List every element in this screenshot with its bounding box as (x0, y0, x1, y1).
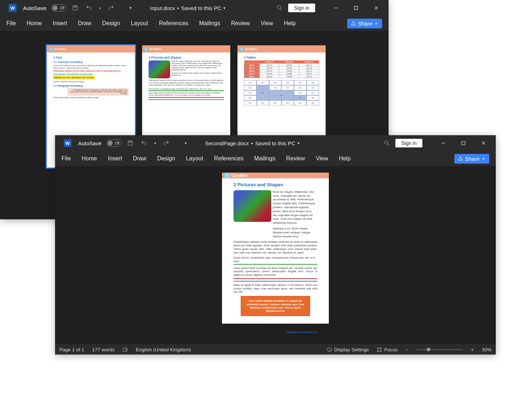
signin-button[interactable]: Sign in (288, 4, 315, 12)
page-header: GemBox (222, 173, 329, 178)
menu-home[interactable]: Home (27, 20, 42, 27)
menu-file[interactable]: File (62, 155, 71, 162)
paragraph-green: turpis egestas. Proin pharetra nonummy p… (53, 73, 128, 76)
status-language[interactable]: English (United Kingdom) (136, 347, 191, 352)
zoom-slider[interactable] (416, 349, 463, 350)
heading-pictures: 2 Pictures and Shapes (149, 56, 224, 59)
brand-label: GemBox (231, 173, 248, 178)
status-page[interactable]: Page 1 of 1 (59, 347, 84, 352)
save-status: Saved to this PC (255, 140, 295, 146)
gembox-icon (240, 47, 244, 51)
paragraph: Pellentesque habitant morbi tristique se… (233, 240, 317, 254)
search-icon[interactable] (382, 138, 392, 148)
brand-label: GemBox (245, 47, 257, 51)
menu-design[interactable]: Design (102, 20, 120, 27)
paragraph: Nunc ac magna. Maecenas odio dolor, vulp… (273, 190, 317, 225)
status-bar: Page 1 of 1 177 words English (United Ki… (55, 344, 496, 355)
spellcheck-icon[interactable] (122, 347, 128, 352)
menu-draw[interactable]: Draw (78, 20, 91, 27)
minimize-button[interactable] (326, 1, 346, 14)
callout-box: Suspendisse dui purus, scelerisque at, v… (68, 88, 128, 96)
menu-view[interactable]: View (261, 20, 273, 27)
brand-label: GemBox (150, 47, 162, 51)
undo-dropdown-icon[interactable]: ▾ (153, 138, 158, 148)
svg-rect-8 (123, 348, 126, 351)
gembox-icon (49, 47, 53, 51)
share-button[interactable]: Share ▾ (347, 19, 382, 28)
menu-references[interactable]: References (159, 20, 189, 27)
heading-text: 1 Text (53, 56, 128, 59)
quick-access-more-icon[interactable]: ▾ (126, 3, 136, 13)
share-button[interactable]: Share ▾ (454, 154, 489, 164)
menu-references[interactable]: References (214, 155, 244, 162)
menu-view[interactable]: View (316, 155, 328, 162)
undo-icon[interactable] (139, 138, 149, 148)
menu-layout[interactable]: Layout (186, 155, 203, 162)
save-status: Saved to this PC (181, 5, 222, 11)
heading-paragraph-formatting: 1.2 Paragraph formatting (53, 85, 128, 87)
menu-help[interactable]: Help (339, 155, 351, 162)
menu-help[interactable]: Help (284, 20, 296, 27)
maximize-button[interactable] (346, 1, 366, 14)
word-app-icon[interactable]: W (9, 4, 17, 12)
doc-name: Input.docx (150, 5, 175, 11)
page-header: GemBox (142, 45, 230, 52)
zoom-level[interactable]: 30% (482, 347, 491, 352)
status-words[interactable]: 177 words (92, 347, 114, 352)
close-button[interactable] (366, 1, 386, 14)
menu-home[interactable]: Home (82, 155, 97, 162)
document-canvas[interactable]: GemBox 2 Pictures and Shapes Nunc ac mag… (55, 166, 496, 344)
menu-mailings[interactable]: Mailings (199, 20, 221, 27)
svg-rect-1 (74, 6, 76, 7)
menu-draw[interactable]: Draw (133, 155, 146, 162)
paragraph-italic: Class aptent taciti sociosqu ad litora t… (149, 92, 224, 98)
document-page[interactable]: GemBox 2 Pictures and Shapes Nunc ac mag… (222, 173, 329, 324)
menu-layout[interactable]: Layout (131, 20, 148, 27)
autosave-toggle[interactable]: Off (106, 140, 122, 147)
menu-review[interactable]: Review (286, 155, 305, 162)
autosave-label: AutoSave (78, 140, 101, 146)
share-label: Share (465, 156, 480, 162)
svg-point-6 (385, 141, 388, 144)
undo-icon[interactable] (84, 3, 94, 13)
svg-rect-7 (462, 142, 465, 145)
save-icon[interactable] (70, 3, 80, 13)
heading-pictures: 2 Pictures and Shapes (233, 182, 317, 188)
redo-icon[interactable] (106, 3, 116, 13)
quick-access-more-icon[interactable]: ▾ (181, 138, 191, 148)
paragraph: Lorem ipsum dolor sit amet, consectetuer… (53, 64, 128, 69)
zoom-in-button[interactable]: + (471, 347, 474, 352)
heading-tables: 3 Tables (244, 56, 319, 59)
paragraph: Nunc ac magna. Maecenas odio dolor, vulp… (172, 60, 224, 71)
autosave-toggle[interactable]: Off (51, 4, 67, 12)
signin-button[interactable]: Sign in (395, 139, 422, 147)
dice-image (149, 60, 170, 78)
document-title[interactable]: SecondPage.docx • Saved to this PC ▾ (205, 140, 300, 146)
display-settings-button[interactable]: Display Settings (327, 347, 369, 352)
document-title[interactable]: Input.docx • Saved to this PC ▾ (150, 5, 226, 11)
menu-review[interactable]: Review (231, 20, 250, 27)
menu-file[interactable]: File (6, 20, 16, 27)
search-icon[interactable] (275, 3, 285, 13)
zoom-out-button[interactable]: − (405, 347, 408, 352)
redo-icon[interactable] (161, 138, 171, 148)
focus-button[interactable]: Focus (377, 347, 398, 352)
menu-insert[interactable]: Insert (53, 20, 67, 27)
maximize-button[interactable] (453, 137, 473, 150)
menu-design[interactable]: Design (157, 155, 175, 162)
close-button[interactable] (473, 137, 494, 150)
menu-insert[interactable]: Insert (108, 155, 122, 162)
merged-table: ItemItemItemItemItemItem ItemItemItemIte… (244, 80, 319, 105)
brand-label: GemBox (54, 47, 66, 51)
titlebar: W AutoSave Off ▾ ▾ Input.docx • Saved to… (0, 0, 389, 16)
word-app-icon[interactable]: W (64, 139, 72, 147)
menu-mailings[interactable]: Mailings (254, 155, 276, 162)
undo-dropdown-icon[interactable]: ▾ (98, 3, 103, 13)
svg-rect-4 (128, 141, 132, 145)
paragraph: Pellentesque habitant morbi tristique se… (149, 79, 224, 86)
chevron-down-icon[interactable]: ▾ (223, 6, 226, 10)
minimize-button[interactable] (433, 137, 453, 150)
gembox-icon (224, 173, 230, 178)
chevron-down-icon[interactable]: ▾ (298, 141, 300, 146)
save-icon[interactable] (125, 138, 135, 148)
